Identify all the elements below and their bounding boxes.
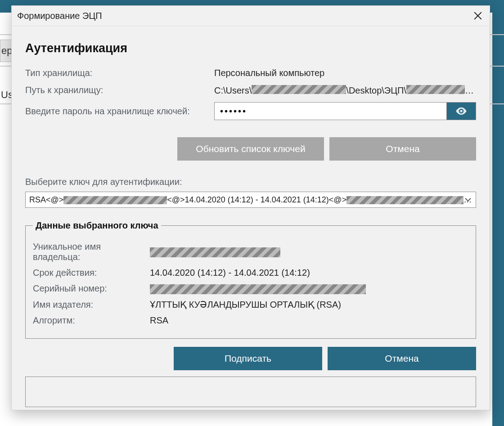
show-password-button[interactable] (446, 102, 476, 120)
redacted-text (406, 85, 465, 94)
sign-button[interactable]: Подписать (174, 347, 322, 370)
issuer-label: Имя издателя: (33, 300, 150, 310)
select-key-label: Выберите ключ для аутентификации: (25, 177, 476, 187)
storage-path-value: C:\Users\ \Desktop\ЭЦП\ … (214, 85, 476, 96)
close-button[interactable] (472, 9, 484, 22)
algorithm-label: Алгоритм: (33, 315, 150, 326)
background-app-right-strip (492, 0, 504, 426)
algorithm-value: RSA (150, 315, 168, 326)
redacted-text (150, 284, 366, 294)
issuer-value: ҰЛТТЫҚ КУӘЛАНДЫРУШЫ ОРТАЛЫҚ (RSA) (150, 299, 341, 310)
validity-label: Срок действия: (33, 268, 150, 278)
dialog-heading: Аутентификация (25, 41, 476, 55)
key-select-value: RSA<@> <@>14.04.2020 (14:12) - 14.04.202… (29, 195, 472, 205)
refresh-keys-button[interactable]: Обновить список ключей (177, 137, 324, 161)
cancel-button[interactable]: Отмена (328, 347, 476, 370)
key-select[interactable]: RSA<@> <@>14.04.2020 (14:12) - 14.04.202… (25, 192, 476, 208)
dialog-titlebar[interactable]: Формирование ЭЦП (12, 6, 490, 26)
redacted-text (150, 247, 280, 257)
key-details-legend: Данные выбранного ключа (33, 220, 161, 231)
svg-point-0 (460, 110, 462, 112)
storage-type-label: Тип хранилища: (25, 68, 214, 78)
redacted-text (252, 85, 346, 94)
key-details-fieldset: Данные выбранного ключа Уникальное имя в… (25, 220, 476, 339)
redacted-text (63, 196, 167, 204)
validity-value: 14.04.2020 (14:12) - 14.04.2021 (14:12) (150, 268, 310, 278)
storage-path-label: Путь к хранилищу: (25, 85, 214, 95)
eye-icon (455, 105, 468, 117)
dialog-title: Формирование ЭЦП (17, 11, 102, 21)
cancel-refresh-button[interactable]: Отмена (329, 137, 476, 161)
close-icon (473, 11, 483, 21)
background-tab-fragment: ер (0, 40, 13, 62)
signature-dialog: Формирование ЭЦП Аутентификация Тип хран… (11, 5, 490, 410)
redacted-text (346, 196, 464, 204)
owner-name-label: Уникальное имя владельца: (33, 242, 150, 262)
serial-label: Серийный номер: (33, 283, 150, 294)
serial-value (150, 284, 366, 294)
owner-name-value (150, 247, 280, 257)
password-input[interactable] (214, 102, 446, 120)
status-output-box (25, 377, 476, 407)
password-label: Введите пароль на хранилище ключей: (25, 102, 214, 120)
storage-type-value: Персональный компьютер (214, 68, 476, 78)
